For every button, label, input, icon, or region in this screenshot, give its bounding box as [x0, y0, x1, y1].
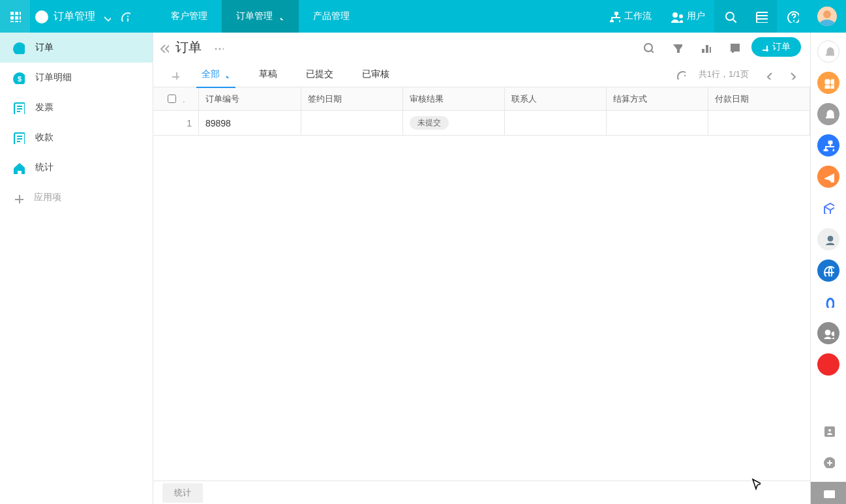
row-number: 1 [153, 111, 198, 136]
pagination-text: 共1行，1/1页 [693, 68, 754, 80]
select-all-checkbox[interactable] [168, 95, 176, 103]
sidebar-item-label: 收款 [35, 132, 53, 143]
main: 订单 订单 全部 草稿 已提交 已审核 共1行，1/1页 [153, 33, 810, 504]
avatar [817, 7, 837, 26]
page-chart-button[interactable] [694, 37, 716, 57]
currency-icon [34, 9, 48, 23]
workflow-button[interactable]: 工作流 [599, 0, 661, 33]
sidebar-add-item[interactable]: 应用项 [0, 183, 153, 213]
document-list-icon [12, 131, 25, 144]
orders-table: 订单编号 签约日期 审核结果 联系人 结算方式 付款日期 1 89898 未提交 [153, 87, 810, 136]
cube-icon[interactable] [817, 197, 839, 219]
search-icon [723, 10, 736, 23]
cell-audit-result[interactable]: 未提交 [402, 111, 505, 136]
create-order-button[interactable]: 订单 [751, 37, 801, 57]
col-audit-result[interactable]: 审核结果 [402, 87, 505, 111]
col-order-id[interactable]: 订单编号 [198, 87, 301, 111]
page-chat-button[interactable] [723, 37, 745, 57]
view-tab-draft[interactable]: 草稿 [246, 61, 290, 87]
record-icon[interactable] [817, 353, 839, 376]
cell-sign-date[interactable] [301, 111, 402, 136]
apps-launcher-button[interactable] [0, 0, 30, 33]
select-all-header[interactable] [153, 87, 198, 111]
sidebar-item-label: 应用项 [34, 192, 61, 203]
topbar: 订单管理 客户管理 订单管理 产品管理 工作流 用户 [0, 0, 846, 33]
sitemap-icon[interactable] [817, 134, 839, 156]
page-more-button[interactable] [208, 41, 228, 53]
chevron-down-icon [100, 11, 111, 22]
col-pay-date[interactable]: 付款日期 [708, 87, 810, 111]
cell-pay-date[interactable] [708, 111, 810, 136]
globe-icon[interactable] [817, 259, 839, 282]
users-button[interactable]: 用户 [661, 0, 714, 33]
app-title: 订单管理 [53, 10, 95, 23]
table-row[interactable]: 1 89898 未提交 [153, 111, 810, 136]
col-settlement[interactable]: 结算方式 [607, 87, 708, 111]
search-button[interactable] [714, 0, 746, 33]
users-icon [670, 10, 683, 23]
contacts-button[interactable] [817, 419, 839, 441]
sidebar-item-orders[interactable]: 订单 [0, 33, 153, 63]
add-circle-button[interactable] [817, 451, 839, 473]
avatar-button[interactable] [808, 0, 846, 33]
apps-icon[interactable] [817, 72, 839, 94]
document-list-icon [12, 101, 25, 114]
cell-order-id[interactable]: 89898 [198, 111, 301, 136]
status-badge: 未提交 [410, 116, 449, 130]
sidebar-item-label: 发票 [35, 102, 53, 113]
refresh-button[interactable] [670, 65, 691, 83]
page-title: 订单 [175, 38, 202, 56]
page-tabs: 全部 草稿 已提交 已审核 共1行，1/1页 [153, 61, 810, 87]
footer-tab-stats[interactable]: 统计 [162, 483, 203, 503]
chevron-down-icon [277, 12, 284, 20]
sidebar-item-invoice[interactable]: 发票 [0, 93, 153, 123]
home-icon [12, 161, 25, 174]
sidebar-item-label: 统计 [35, 162, 53, 173]
tab-customers[interactable]: 客户管理 [157, 0, 222, 33]
group-icon[interactable] [817, 322, 839, 344]
sidebar-item-label: 订单明细 [35, 72, 72, 83]
support-icon[interactable] [817, 228, 839, 250]
tab-products[interactable]: 产品管理 [299, 0, 364, 33]
sidebar-item-receipt[interactable]: 收款 [0, 123, 153, 153]
sidebar-item-label: 订单 [35, 42, 53, 53]
page-footer: 统计 [153, 481, 810, 504]
add-view-button[interactable] [162, 65, 186, 83]
table-header-row: 订单编号 签约日期 审核结果 联系人 结算方式 付款日期 [153, 87, 810, 111]
chevron-down-icon [222, 70, 230, 78]
app-brand[interactable]: 订单管理 [30, 0, 137, 33]
dock-card-button[interactable] [811, 482, 846, 504]
send-icon[interactable] [817, 166, 839, 188]
currency-badge-icon [12, 71, 25, 84]
view-tab-approved[interactable]: 已审核 [349, 61, 402, 87]
view-tab-submitted[interactable]: 已提交 [293, 61, 346, 87]
col-sign-date[interactable]: 签约日期 [301, 87, 402, 111]
help-icon [786, 10, 799, 23]
next-page-button[interactable] [780, 65, 801, 83]
notifications-outline-icon[interactable] [817, 40, 839, 63]
cell-settlement[interactable] [607, 111, 708, 136]
collapse-sidebar-button[interactable] [157, 41, 169, 53]
col-contact[interactable]: 联系人 [505, 87, 607, 111]
zero-icon[interactable] [817, 291, 839, 313]
tab-orders[interactable]: 订单管理 [222, 0, 299, 33]
page-header: 订单 订单 [153, 33, 810, 61]
cell-contact[interactable] [505, 111, 607, 136]
page-search-button[interactable] [637, 37, 659, 57]
sidebar-item-stats[interactable]: 统计 [0, 153, 153, 183]
plus-icon [759, 42, 768, 52]
sidebar: 订单 订单明细 发票 收款 统计 应用项 [0, 33, 153, 504]
page-filter-button[interactable] [665, 37, 687, 57]
sidebar-item-order-details[interactable]: 订单明细 [0, 63, 153, 93]
list-icon [755, 10, 768, 23]
currency-icon [12, 41, 25, 54]
help-button[interactable] [777, 0, 808, 33]
chevron-down-icon[interactable] [179, 96, 186, 102]
listview-button[interactable] [746, 0, 777, 33]
info-icon[interactable] [120, 11, 130, 22]
prev-page-button[interactable] [757, 65, 778, 83]
view-tab-all[interactable]: 全部 [189, 61, 243, 87]
sitemap-icon [609, 10, 620, 22]
notifications-icon[interactable] [817, 103, 839, 125]
table-scroll[interactable]: 订单编号 签约日期 审核结果 联系人 结算方式 付款日期 1 89898 未提交 [153, 87, 810, 481]
